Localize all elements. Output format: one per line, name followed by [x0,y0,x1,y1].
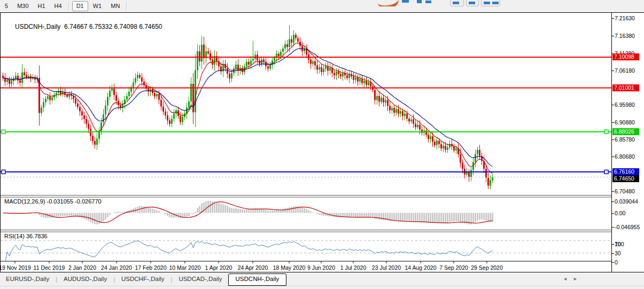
price-badge-6.74650: 6.74650 [612,175,639,182]
macd-axis-label: 0.039044 [615,198,638,205]
date-axis-label: 29 Sep 2020 [465,264,508,271]
moving-average-8 [3,43,493,173]
price-badge-7.01001: 7.01001 [612,84,639,91]
bottom-strip [0,286,644,289]
price-axis-tick: 6.90880 [615,119,635,126]
tab-scroll-right-icon[interactable]: ► [573,276,578,282]
logo-glyph-fragment [402,0,409,3]
price-axis-tick: 7.06180 [615,67,635,74]
macd-signal-line [3,202,493,223]
toolbar-button-fragment [466,0,479,6]
timeframe-toolbar: 5M30H1H4D1W1MN [0,0,644,13]
timeframe-button-h1[interactable]: H1 [34,1,50,11]
application-window: 5M30H1H4D1W1MN USDCNH-,Daily 6.74667 6.7… [0,0,644,289]
timeframe-button-5[interactable]: 5 [1,1,12,11]
timeframe-button-d1[interactable]: D1 [72,1,88,11]
chart-ohlc-values: 6.74667 6.75332 6.74098 6.74650 [64,23,162,30]
rsi-axis-label: 0 [615,259,618,265]
timeframe-button-w1[interactable]: W1 [89,1,106,11]
logo-glyph-fragment [425,1,431,3]
browser-logo-fragment [374,0,508,6]
symbol-tab-usdcnh[interactable]: USDCNH-,Daily [228,274,287,286]
rsi-axis-label: 70 [615,241,621,247]
price-axis-tick: 6.95980 [615,101,635,108]
toolbar-button-fragment [450,0,464,6]
macd-axis-label: -0.046955 [615,224,640,230]
macd-axis-label: 0.00 [615,210,625,216]
symbol-tab-usdchf[interactable]: USDCHF-,Daily [115,274,170,285]
price-axis-tick: 6.70480 [615,188,635,194]
timeframe-button-m30[interactable]: M30 [13,1,33,11]
price-axis[interactable]: 7.216307.163807.112807.061806.959806.908… [611,13,644,272]
price-axis-tick: 6.85780 [615,136,635,143]
symbol-tab-eurusd[interactable]: EURUSD-,Daily [0,274,55,285]
chart-window: USDCNH-,Daily 6.74667 6.75332 6.74098 6.… [0,12,644,272]
level-handle[interactable] [2,170,5,174]
toolbar-button-fragment [481,0,500,6]
toolbar-separator [68,2,69,11]
chart-title: USDCNH-,Daily 6.74667 6.75332 6.74098 6.… [4,15,162,38]
chart-canvas[interactable] [1,13,611,264]
timeframe-button-h4[interactable]: H4 [50,1,66,11]
symbol-tab-audusd[interactable]: AUDUSD-,Daily [58,274,113,285]
rsi-axis-label: 30 [615,250,621,256]
price-axis-tick: 6.80680 [615,153,635,160]
price-axis-tick: 7.21630 [615,15,635,21]
orange-logo-icon [376,0,400,6]
level-handle[interactable] [2,130,5,134]
macd-indicator-label: MACD(12,26,9) -0.031055 -0.026770 [4,198,102,205]
level-handle[interactable] [604,130,608,134]
price-badge-7.10098: 7.10098 [612,53,639,60]
chart-symbol-period: USDCNH-,Daily [15,23,60,30]
rsi-line [3,241,493,262]
price-badge-6.88026: 6.88026 [612,128,639,135]
moving-average-17 [3,49,493,167]
level-handle[interactable] [604,170,608,174]
tab-scroll-left-icon[interactable]: ◄ [563,276,568,282]
price-axis-tick: 7.16380 [615,33,635,39]
symbol-tab-bar: EURUSD-,Daily|AUDUSD-,Daily|USDCHF-,Dail… [0,273,644,286]
rsi-indicator-label: RSI(14) 36.7836 [4,233,48,239]
price-badge-6.76160: 6.76160 [612,168,639,175]
logo-glyph-fragment [417,0,422,3]
timeframe-button-mn[interactable]: MN [106,1,124,11]
symbol-tab-usdcad[interactable]: USDCAD-,Daily [173,274,228,285]
toolbar-separator [126,2,127,11]
candlestick-series [2,25,493,189]
